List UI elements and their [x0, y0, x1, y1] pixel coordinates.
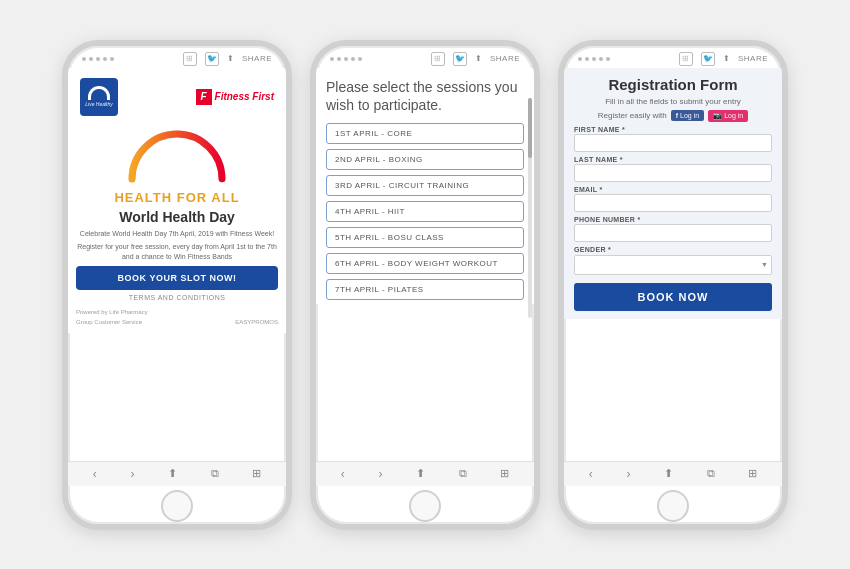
share-icon-1: ⬆: [227, 54, 234, 63]
phone1-content: Live Healthy F Fitness First: [68, 68, 286, 333]
phone2-icon-box1: ⊞: [431, 52, 445, 66]
phone1-windows-icon[interactable]: ⊞: [252, 467, 261, 480]
dot1: [82, 57, 86, 61]
phone1-desc2: Register for your free session, every da…: [76, 242, 278, 262]
phone2-content: Please select the sessions you wish to p…: [316, 68, 534, 304]
dot2: [89, 57, 93, 61]
session-option-7[interactable]: 7TH APRIL - PILATES: [326, 279, 524, 300]
logos-row: Live Healthy F Fitness First: [76, 76, 278, 118]
reg-form-subtitle: Fill in all the fields to submit your en…: [574, 97, 772, 106]
email-label: EMAIL *: [574, 186, 772, 193]
life-logo-arch: [88, 86, 110, 100]
gauge-svg: [122, 124, 232, 184]
phone3-tabs-icon[interactable]: ⧉: [707, 467, 715, 480]
phone1-back-arrow[interactable]: ‹: [93, 467, 97, 481]
phone3-share-label: SHARE: [738, 54, 768, 63]
gender-label: GENDER *: [574, 246, 772, 253]
ig-login-label: Log in: [724, 112, 743, 119]
phone1-icon-box1: ⊞: [183, 52, 197, 66]
scrollbar-track: [528, 98, 532, 318]
ff-text: Fitness First: [215, 91, 274, 102]
session-option-2[interactable]: 2ND APRIL - BOXING: [326, 149, 524, 170]
phone2-share-bottom[interactable]: ⬆: [416, 467, 425, 480]
phone3-forward-arrow[interactable]: ›: [626, 467, 630, 481]
phone2-windows-icon[interactable]: ⊞: [500, 467, 509, 480]
phone2-forward-arrow[interactable]: ›: [378, 467, 382, 481]
session-option-6[interactable]: 6TH APRIL - BODY WEIGHT WORKOUT: [326, 253, 524, 274]
session-option-1[interactable]: 1ST APRIL - CORE: [326, 123, 524, 144]
phone1-tabs-icon[interactable]: ⧉: [211, 467, 219, 480]
phone3-signal-dots: [578, 57, 610, 61]
phone2-back-arrow[interactable]: ‹: [341, 467, 345, 481]
last-name-input[interactable]: [574, 164, 772, 182]
gauge-container: [122, 124, 232, 184]
phone2-top-icons: ⊞ 🐦 ⬆ SHARE: [431, 52, 520, 66]
powered-by-text: Powered by Life Pharmacy: [76, 309, 278, 315]
phone1-share-bottom[interactable]: ⬆: [168, 467, 177, 480]
phone-1: ⊞ 🐦 ⬆ SHARE Live Healthy F Fitness First: [62, 40, 292, 530]
customer-service-text: Group Customer Service: [76, 319, 142, 325]
book-now-button[interactable]: BOOK NOW: [574, 283, 772, 311]
first-name-field-group: FIRST NAME *: [574, 126, 772, 152]
phone2-home-button[interactable]: [409, 490, 441, 522]
book-slot-button[interactable]: BOOK YOUR SLOT NOW!: [76, 266, 278, 290]
fb-login-button[interactable]: f Log in: [671, 110, 704, 121]
phone2-share-label: SHARE: [490, 54, 520, 63]
phone-field-group: PHONE NUMBER *: [574, 216, 772, 242]
email-field-group: EMAIL *: [574, 186, 772, 212]
phone2-tabs-icon[interactable]: ⧉: [459, 467, 467, 480]
session-option-3[interactable]: 3RD APRIL - CIRCUIT TRAINING: [326, 175, 524, 196]
health-for-all-label: HEALTH FOR ALL: [114, 190, 239, 205]
last-name-field-group: LAST NAME *: [574, 156, 772, 182]
phone3-icon-bird: 🐦: [701, 52, 715, 66]
session-option-4[interactable]: 4TH APRIL - HIIT: [326, 201, 524, 222]
scrollbar-thumb[interactable]: [528, 98, 532, 158]
last-name-label: LAST NAME *: [574, 156, 772, 163]
first-name-input[interactable]: [574, 134, 772, 152]
ff-icon: F: [196, 89, 212, 105]
phone1-share-label: SHARE: [242, 54, 272, 63]
phone3-back-arrow[interactable]: ‹: [589, 467, 593, 481]
phone-label: PHONE NUMBER *: [574, 216, 772, 223]
life-logo-text: Live Healthy: [85, 101, 113, 107]
first-name-label: FIRST NAME *: [574, 126, 772, 133]
phone3-top-icons: ⊞ 🐦 ⬆ SHARE: [679, 52, 768, 66]
terms-link[interactable]: TERMS AND CONDITIONS: [129, 294, 226, 301]
phone1-forward-arrow[interactable]: ›: [130, 467, 134, 481]
phone1-bottom-bar: ‹ › ⬆ ⧉ ⊞: [68, 461, 286, 486]
phone1-screen: Live Healthy F Fitness First: [68, 68, 286, 461]
phone3-top-bar: ⊞ 🐦 ⬆ SHARE: [564, 46, 782, 68]
phone-3: ⊞ 🐦 ⬆ SHARE Registration Form Fill in al…: [558, 40, 788, 530]
phone2-screen: Please select the sessions you wish to p…: [316, 68, 534, 461]
phone3-content: Registration Form Fill in all the fields…: [564, 68, 782, 320]
phone1-icon-bird: 🐦: [205, 52, 219, 66]
phones-container: ⊞ 🐦 ⬆ SHARE Live Healthy F Fitness First: [52, 30, 798, 540]
gender-select-wrapper: Male Female Other ▼: [574, 254, 772, 276]
dot3: [96, 57, 100, 61]
fitness-first-logo: F Fitness First: [196, 89, 274, 105]
fb-icon: f: [676, 112, 678, 119]
phone1-home-button[interactable]: [161, 490, 193, 522]
phone3-share-bottom[interactable]: ⬆: [664, 467, 673, 480]
phone1-desc1: Celebrate World Health Day 7th April, 20…: [80, 229, 274, 239]
phone2-signal-dots: [330, 57, 362, 61]
phone2-bottom-bar: ‹ › ⬆ ⧉ ⊞: [316, 461, 534, 486]
phone1-top-bar: ⊞ 🐦 ⬆ SHARE: [68, 46, 286, 68]
easypromos-row: Group Customer Service EASYPROMOS: [76, 319, 278, 325]
easypromos-label: EASYPROMOS: [235, 319, 278, 325]
life-logo: Live Healthy: [80, 78, 118, 116]
session-option-5[interactable]: 5TH APRIL - BOSU CLASS: [326, 227, 524, 248]
phone1-signal-dots: [82, 57, 114, 61]
gender-select[interactable]: Male Female Other: [574, 255, 772, 275]
email-input[interactable]: [574, 194, 772, 212]
phone3-windows-icon[interactable]: ⊞: [748, 467, 757, 480]
ig-login-button[interactable]: 📷 Log in: [708, 110, 748, 122]
share-icon-3: ⬆: [723, 54, 730, 63]
world-health-day-title: World Health Day: [119, 209, 235, 225]
dot4: [103, 57, 107, 61]
social-login-row: Register easily with f Log in 📷 Log in: [574, 110, 772, 122]
phone3-home-button[interactable]: [657, 490, 689, 522]
dot5: [110, 57, 114, 61]
fb-login-label: Log in: [680, 112, 699, 119]
phone-input[interactable]: [574, 224, 772, 242]
